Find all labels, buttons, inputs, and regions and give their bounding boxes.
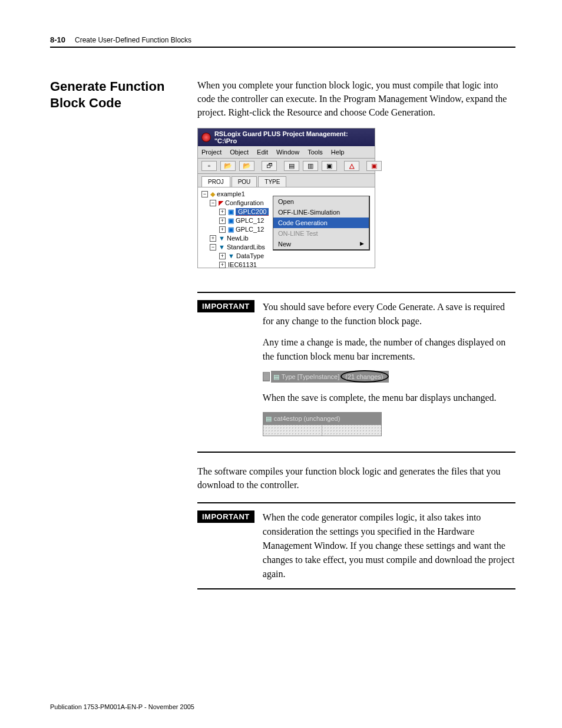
context-open[interactable]: Open: [273, 196, 369, 207]
cascade-icon[interactable]: ▣: [322, 161, 337, 171]
page-number: 8-10: [50, 35, 65, 44]
drag-handle-icon: [263, 372, 270, 381]
library-icon: ▼: [219, 235, 225, 242]
library-icon: ▼: [219, 243, 225, 251]
expand-icon[interactable]: −: [210, 200, 216, 206]
callout-oval: [340, 370, 389, 383]
menu-help[interactable]: Help: [331, 149, 345, 156]
context-menu[interactable]: Open OFF-LINE-Simulation Code Generation…: [273, 196, 370, 251]
context-online-test[interactable]: ON-LINE Test: [273, 228, 369, 239]
doc-icon: ▤: [266, 414, 272, 424]
app-icon: [201, 133, 211, 142]
menu-window[interactable]: Window: [276, 149, 299, 156]
chapter-title: Create User-Defined Function Blocks: [75, 36, 191, 44]
menu-object[interactable]: Object: [230, 149, 249, 156]
important1-p3: When the save is complete, the menu bar …: [263, 391, 515, 405]
page-header: 8-10 Create User-Defined Function Blocks: [50, 35, 515, 48]
expand-icon[interactable]: −: [201, 191, 208, 197]
toolbar: ▫ 📂 📂 🗗 ▤ ▥ ▣ △ ▣: [198, 159, 375, 174]
context-offline-sim[interactable]: OFF-LINE-Simulation: [273, 207, 369, 218]
open-folder2-icon[interactable]: 📂: [239, 161, 254, 171]
expand-icon[interactable]: +: [219, 262, 226, 268]
expand-icon[interactable]: +: [219, 226, 226, 233]
menu-tools[interactable]: Tools: [308, 149, 323, 156]
config-icon: ◤: [219, 199, 223, 207]
tree-config[interactable]: Configuration: [225, 199, 263, 206]
menu-edit[interactable]: Edit: [257, 149, 268, 156]
window-title: RSLogix Guard PLUS Project Management: "…: [214, 130, 371, 144]
tile-h-icon[interactable]: ▤: [284, 161, 299, 171]
resource-icon: ▣: [228, 208, 234, 216]
important-block-1: IMPORTANT You should save before every C…: [197, 292, 515, 453]
tree-newlib[interactable]: NewLib: [227, 235, 249, 242]
expand-icon[interactable]: +: [219, 253, 226, 259]
changes-titlebar: ▤ Type [TypeInstance] (21 changes): [263, 371, 410, 383]
tree-iec[interactable]: IEC61131: [228, 261, 257, 268]
context-code-generation[interactable]: Code Generation: [273, 218, 369, 228]
warning-icon[interactable]: △: [344, 161, 359, 171]
doc-icon: ▤: [273, 372, 279, 382]
tab-proj[interactable]: PROJ: [201, 176, 230, 187]
project-icon: ◆: [210, 190, 215, 198]
tree-stdlibs[interactable]: StandardLibs: [227, 243, 265, 251]
intro-paragraph: When you complete your function block lo…: [197, 78, 515, 120]
window-titlebar: RSLogix Guard PLUS Project Management: "…: [198, 129, 375, 146]
important1-p2: Any time a change is made, the number of…: [263, 335, 515, 364]
important2-text: When the code generator compiles logic, …: [263, 510, 515, 581]
open-folder-icon[interactable]: 📂: [220, 161, 236, 171]
tree-view[interactable]: −◆ example1 −◤ Configuration +▣ GPLC200 …: [198, 187, 375, 268]
tab-type[interactable]: TYPE: [258, 176, 286, 187]
tree-root[interactable]: example1: [217, 190, 245, 197]
important-badge: IMPORTANT: [197, 510, 254, 523]
unchanged-titlebar: ▤ cat4estop (unchanged): [263, 412, 382, 436]
new-file-icon[interactable]: ▫: [201, 161, 217, 171]
tab-pou[interactable]: POU: [232, 176, 257, 187]
section-heading: Generate Function Block Code: [50, 78, 186, 111]
expand-icon[interactable]: −: [210, 244, 216, 251]
important1-p1: You should save before every Code Genera…: [263, 300, 515, 328]
important-badge: IMPORTANT: [197, 300, 254, 312]
changes-bar-prefix: Type [TypeInstance]: [282, 372, 339, 382]
tree-gplc12b[interactable]: GPLC_12: [236, 226, 264, 233]
unchanged-text: cat4estop (unchanged): [274, 414, 340, 424]
tree-gplc12a[interactable]: GPLC_12: [236, 217, 264, 224]
tab-bar: PROJ POU TYPE: [198, 174, 375, 187]
project-management-window: RSLogix Guard PLUS Project Management: "…: [197, 128, 375, 268]
expand-icon[interactable]: +: [210, 235, 216, 242]
library-icon: ▼: [228, 252, 234, 259]
mid-paragraph: The software compiles your function bloc…: [197, 465, 515, 492]
tile-v-icon[interactable]: ▥: [303, 161, 318, 171]
context-new[interactable]: New: [273, 239, 369, 249]
resource-icon: ▣: [228, 226, 234, 233]
resource-icon: ▣: [228, 217, 234, 225]
download-icon[interactable]: ▣: [366, 161, 382, 171]
expand-icon[interactable]: +: [219, 209, 226, 215]
publication-footer: Publication 1753-PM001A-EN-P - November …: [50, 703, 194, 710]
window-icon[interactable]: 🗗: [262, 161, 277, 171]
menu-bar[interactable]: Project Object Edit Window Tools Help: [198, 146, 375, 159]
important-block-2: IMPORTANT When the code generator compil…: [197, 502, 515, 589]
tree-gplc200-selected[interactable]: GPLC200: [236, 208, 269, 216]
menu-project[interactable]: Project: [201, 149, 222, 156]
expand-icon[interactable]: +: [219, 218, 226, 224]
tree-datatype[interactable]: DataType: [236, 252, 264, 259]
